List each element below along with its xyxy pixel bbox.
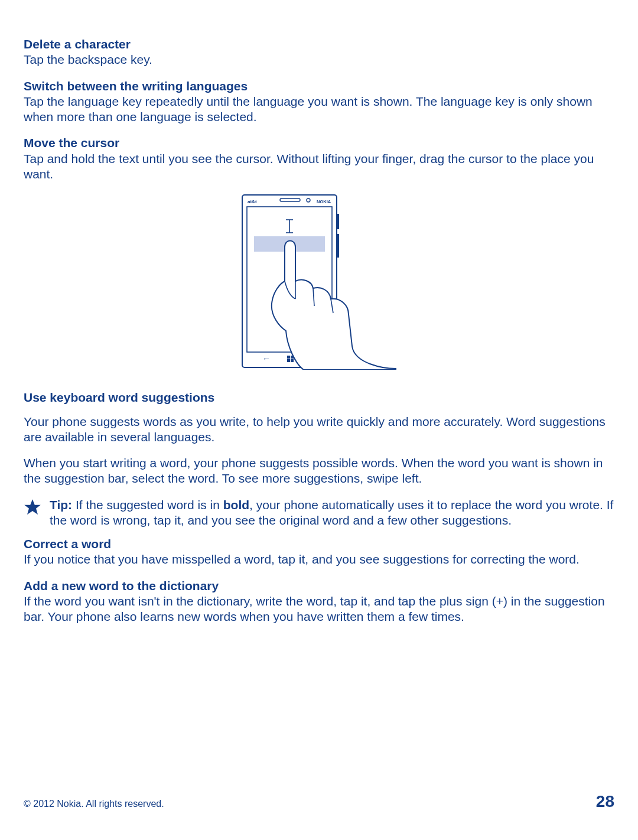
body-word-suggestions-2: When you start writing a word, your phon…	[24, 455, 614, 487]
carrier-label: at&t	[248, 199, 257, 204]
body-word-suggestions-1: Your phone suggests words as you write, …	[24, 414, 614, 445]
body-add-word: If the word you want isn't in the dictio…	[24, 594, 614, 625]
footer: © 2012 Nokia. All rights reserved. 28	[24, 791, 614, 812]
heading-add-word: Add a new word to the dictionary	[24, 578, 614, 594]
heading-move-cursor: Move the cursor	[24, 135, 614, 151]
body-delete-character: Tap the backspace key.	[24, 52, 614, 67]
heading-correct-word: Correct a word	[24, 536, 614, 552]
heading-switch-languages: Switch between the writing languages	[24, 79, 614, 94]
tip-text: Tip: If the suggested word is in bold, y…	[50, 497, 614, 529]
svg-rect-11	[287, 356, 290, 359]
document-page: Delete a character Tap the backspace key…	[0, 0, 638, 840]
copyright: © 2012 Nokia. All rights reserved.	[24, 798, 164, 810]
heading-word-suggestions: Use keyboard word suggestions	[24, 390, 614, 405]
back-icon: ←	[262, 354, 271, 363]
tip-row: Tip: If the suggested word is in bold, y…	[24, 497, 614, 529]
illustration-container: at&t NOKIA ←	[24, 193, 614, 373]
svg-rect-13	[287, 359, 290, 362]
svg-rect-2	[337, 234, 339, 258]
body-move-cursor: Tap and hold the text until you see the …	[24, 151, 614, 183]
star-icon	[24, 497, 50, 520]
body-switch-languages: Tap the language key repeatedly until th…	[24, 94, 614, 125]
phone-finger-illustration: at&t NOKIA ←	[236, 193, 402, 373]
tip-label: Tip:	[50, 498, 72, 512]
svg-rect-1	[337, 214, 339, 229]
svg-marker-17	[24, 499, 41, 515]
page-number: 28	[596, 791, 614, 812]
tip-before-bold: If the suggested word is in	[72, 498, 223, 512]
body-correct-word: If you notice that you have misspelled a…	[24, 552, 614, 567]
heading-delete-character: Delete a character	[24, 37, 614, 52]
brand-label: NOKIA	[317, 199, 331, 204]
svg-rect-14	[291, 359, 294, 362]
tip-bold-word: bold	[223, 498, 249, 512]
